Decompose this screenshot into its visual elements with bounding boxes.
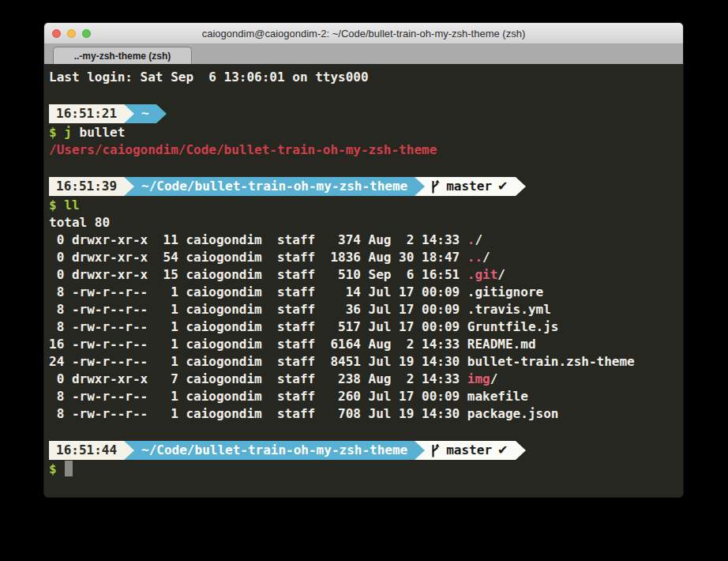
terminal-line: 8 -rw-r--r-- 1 caiogondim staff 260 Jul …: [49, 388, 683, 405]
terminal-text: total 80: [49, 215, 110, 230]
git-branch-icon: [430, 179, 441, 194]
terminal-text: ..: [467, 250, 482, 265]
terminal-text: /: [482, 250, 490, 265]
terminal-text: /: [490, 371, 498, 386]
terminal-screen[interactable]: Last login: Sat Sep 6 13:06:01 on ttys00…: [44, 64, 683, 497]
shell-prompt: 16:51:39~/Code/bullet-train-oh-my-zsh-th…: [49, 177, 683, 196]
terminal-cursor: [65, 461, 73, 476]
traffic-lights: [52, 23, 91, 43]
terminal-text: 8 -rw-r--r-- 1 caiogondim staff 517 Jul …: [49, 319, 467, 334]
terminal-blank-line: [49, 423, 683, 440]
minimize-button[interactable]: [67, 29, 76, 38]
prompt-path-segment: ~/Code/bullet-train-oh-my-zsh-theme: [134, 441, 415, 460]
terminal-window: caiogondim@caiogondim-2: ~/Code/bullet-t…: [43, 22, 684, 498]
powerline-arrow-icon: [516, 177, 526, 196]
terminal-line: $ ll: [49, 197, 683, 214]
terminal-text: package.json: [467, 406, 559, 421]
tab-terminal-session[interactable]: ..-my-zsh-theme (zsh): [53, 47, 192, 65]
terminal-text: 8 -rw-r--r-- 1 caiogondim staff 260 Jul …: [49, 389, 467, 404]
terminal-text: 0 drwxr-xr-x 11 caiogondim staff 374 Aug…: [49, 232, 467, 247]
terminal-line: Last login: Sat Sep 6 13:06:01 on ttys00…: [49, 69, 683, 86]
shell-prompt: 16:51:21~: [49, 104, 683, 123]
tab-bar: ..-my-zsh-theme (zsh): [44, 44, 683, 65]
terminal-line: 8 -rw-r--r-- 1 caiogondim staff 14 Jul 1…: [49, 284, 683, 301]
terminal-text: img: [467, 371, 490, 386]
powerline-arrow-icon: [124, 441, 134, 460]
terminal-text: 24 -rw-r--r-- 1 caiogondim staff 8451 Ju…: [49, 354, 467, 369]
powerline-arrow-icon: [516, 441, 526, 460]
terminal-text: 8 -rw-r--r-- 1 caiogondim staff 708 Jul …: [49, 406, 467, 421]
zoom-button[interactable]: [82, 29, 91, 38]
terminal-line: 8 -rw-r--r-- 1 caiogondim staff 708 Jul …: [49, 405, 683, 423]
prompt-path-segment: ~/Code/bullet-train-oh-my-zsh-theme: [134, 177, 415, 196]
tab-label: ..-my-zsh-theme (zsh): [74, 51, 171, 62]
terminal-text: bullet-train.zsh-theme: [467, 354, 635, 369]
terminal-blank-line: [49, 159, 683, 176]
terminal-text: 0 drwxr-xr-x 15 caiogondim staff 510 Sep…: [49, 267, 467, 282]
terminal-line: total 80: [49, 214, 683, 232]
shell-prompt: 16:51:44~/Code/bullet-train-oh-my-zsh-th…: [49, 441, 683, 460]
terminal-line: 8 -rw-r--r-- 1 caiogondim staff 517 Jul …: [49, 318, 683, 336]
terminal-text: 0 drwxr-xr-x 7 caiogondim staff 238 Aug …: [49, 371, 467, 386]
terminal-line: /Users/caiogondim/Code/bullet-train-oh-m…: [49, 141, 683, 159]
terminal-line: 0 drwxr-xr-x 7 caiogondim staff 238 Aug …: [49, 371, 683, 388]
terminal-text: .gitignore: [467, 284, 543, 299]
prompt-time-segment: 16:51:39: [49, 177, 124, 196]
terminal-text: 16 -rw-r--r-- 1 caiogondim staff 6164 Au…: [49, 337, 467, 352]
terminal-text: $ j: [49, 125, 72, 140]
terminal-text: README.md: [467, 337, 536, 352]
terminal-text: .travis.yml: [467, 302, 551, 317]
terminal-text: .git: [467, 267, 498, 282]
terminal-text: /: [475, 232, 482, 247]
window-titlebar[interactable]: caiogondim@caiogondim-2: ~/Code/bullet-t…: [44, 23, 683, 44]
terminal-line: 16 -rw-r--r-- 1 caiogondim staff 6164 Au…: [49, 336, 683, 353]
window-title: caiogondim@caiogondim-2: ~/Code/bullet-t…: [202, 28, 526, 40]
prompt-path-segment: ~: [134, 104, 156, 123]
prompt-time-segment: 16:51:44: [49, 441, 124, 460]
terminal-text: Last login: Sat Sep 6 13:06:01 on ttys00…: [49, 70, 369, 85]
terminal-text: makefile: [467, 389, 528, 404]
terminal-text: Gruntfile.js: [467, 319, 559, 334]
terminal-text: .: [467, 232, 475, 247]
terminal-line: 0 drwxr-xr-x 15 caiogondim staff 510 Sep…: [49, 266, 683, 284]
git-clean-check-icon: ✔: [497, 177, 508, 196]
powerline-arrow-icon: [415, 441, 425, 460]
powerline-arrow-icon: [156, 104, 167, 123]
terminal-text: 0 drwxr-xr-x 54 caiogondim staff 1836 Au…: [49, 250, 467, 265]
terminal-line: 8 -rw-r--r-- 1 caiogondim staff 36 Jul 1…: [49, 301, 683, 318]
terminal-text: 8 -rw-r--r-- 1 caiogondim staff 14 Jul 1…: [49, 284, 467, 299]
powerline-arrow-icon: [124, 177, 134, 196]
terminal-text: $ ll: [49, 198, 80, 213]
close-button[interactable]: [52, 29, 61, 38]
git-branch-name: master: [446, 441, 492, 460]
terminal-line: 0 drwxr-xr-x 54 caiogondim staff 1836 Au…: [49, 249, 683, 266]
terminal-text: /Users/caiogondim/Code/bullet-train-oh-m…: [49, 142, 437, 157]
powerline-arrow-icon: [415, 177, 425, 196]
terminal-line: 24 -rw-r--r-- 1 caiogondim staff 8451 Ju…: [49, 353, 683, 371]
prompt-git-segment: master✔: [425, 177, 516, 196]
powerline-arrow-icon: [124, 104, 134, 123]
git-branch-name: master: [446, 177, 492, 196]
terminal-text: 8 -rw-r--r-- 1 caiogondim staff 36 Jul 1…: [49, 302, 467, 317]
git-branch-icon: [430, 443, 441, 458]
prompt-time-segment: 16:51:21: [49, 104, 124, 123]
prompt-git-segment: master✔: [425, 441, 516, 460]
desktop: { "window": { "title": "caiogondim@caiog…: [0, 0, 728, 561]
terminal-text: bullet: [72, 125, 125, 140]
git-clean-check-icon: ✔: [497, 441, 508, 460]
terminal-text: $: [49, 461, 64, 476]
terminal-text: /: [497, 267, 505, 282]
terminal-blank-line: [49, 86, 683, 104]
terminal-line: $ j bullet: [49, 124, 683, 141]
terminal-line: $: [49, 461, 683, 478]
terminal-line: 0 drwxr-xr-x 11 caiogondim staff 374 Aug…: [49, 232, 683, 249]
